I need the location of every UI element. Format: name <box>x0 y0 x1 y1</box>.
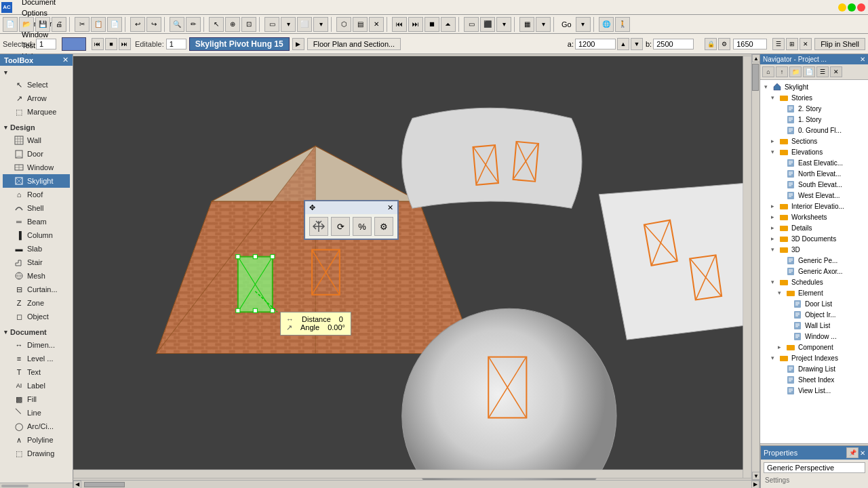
walk-btn[interactable]: 🚶 <box>615 17 630 32</box>
web-btn[interactable]: 🌐 <box>599 17 614 32</box>
handle-tr[interactable] <box>271 255 275 259</box>
tb-btn-8c[interactable]: ▾ <box>496 17 511 32</box>
extra-btn-c[interactable]: ✕ <box>800 38 812 50</box>
paste-btn[interactable]: 📄 <box>107 17 122 32</box>
scroll-left-btn[interactable]: ◀ <box>73 481 81 489</box>
scroll-down-btn[interactable]: ▼ <box>752 472 760 480</box>
param-a-up[interactable]: ▲ <box>617 38 629 50</box>
copy-btn[interactable]: 📋 <box>91 17 106 32</box>
param-a-input[interactable] <box>575 39 616 49</box>
scroll-thumb-v[interactable] <box>752 64 759 91</box>
ctx-move-btn[interactable] <box>309 217 328 236</box>
context-menu-close-icon[interactable]: ✕ <box>387 203 393 212</box>
lock-btn[interactable]: 🔒 <box>705 38 717 50</box>
tb-btn-6c[interactable]: ✕ <box>369 17 384 32</box>
toolbox-item-window[interactable]: Window <box>3 161 70 174</box>
extra-btn-b[interactable]: ⊞ <box>786 38 798 50</box>
snap-btn[interactable]: ⊕ <box>225 17 240 32</box>
scroll-thumb-h[interactable] <box>84 482 125 487</box>
close-btn[interactable] <box>857 3 865 12</box>
tree-item-6[interactable]: ▾Elevations <box>762 146 867 157</box>
tree-item-21[interactable]: Object Ir... <box>762 309 867 320</box>
tree-item-14[interactable]: ▸3D Documents <box>762 233 867 244</box>
toolbox-document-header[interactable]: ▾ Document <box>3 326 70 338</box>
tb-btn-5b[interactable]: ▾ <box>281 17 296 32</box>
tree-item-16[interactable]: Generic Pe... <box>762 255 867 266</box>
toolbox-item-arrow[interactable]: ↗ Arrow <box>3 92 70 105</box>
scroll-right-btn[interactable]: ▶ <box>751 481 760 489</box>
tree-item-7[interactable]: East Elevatic... <box>762 157 867 168</box>
tb-btn-8a[interactable]: ▭ <box>464 17 479 32</box>
ctx-scale-btn[interactable]: % <box>353 217 372 236</box>
menu-item-document[interactable]: Document <box>16 0 61 7</box>
new-btn[interactable]: 📄 <box>3 17 18 32</box>
toolbox-item-drawing[interactable]: ⬚ Drawing <box>3 447 70 460</box>
tree-item-12[interactable]: ▸Worksheets <box>762 211 867 222</box>
tree-item-13[interactable]: ▸Details <box>762 222 867 233</box>
toolbox-item-text[interactable]: T Text <box>3 365 70 379</box>
nav-close2-btn[interactable]: ✕ <box>830 66 842 77</box>
prop-pin-btn[interactable]: 📌 <box>846 447 859 458</box>
flip-shell-btn[interactable]: Flip in Shell <box>814 38 865 50</box>
horizontal-scrollbar[interactable]: ◀ ▶ <box>73 480 760 488</box>
toolbox-item-slab[interactable]: ▬ Slab <box>3 242 70 256</box>
handle-tm[interactable] <box>253 255 257 259</box>
toolbox-close-btn[interactable]: ✕ <box>62 56 68 64</box>
prop-value-input[interactable] <box>764 462 865 473</box>
skylight-orange-1[interactable] <box>312 249 340 294</box>
toolbox-item-select[interactable]: ↖ Select <box>3 78 70 92</box>
toolbox-item-door[interactable]: Door <box>3 147 70 161</box>
toolbox-item-level[interactable]: ≡ Level ... <box>3 352 70 365</box>
tb-btn-5c[interactable]: ⬜ <box>297 17 312 32</box>
tree-item-25[interactable]: ▾Project Indexes <box>762 352 867 363</box>
cut-btn[interactable]: ✂ <box>75 17 90 32</box>
tree-item-10[interactable]: West Elevat... <box>762 190 867 201</box>
toolbox-item-column[interactable]: ▐ Column <box>3 228 70 242</box>
handle-bl[interactable] <box>236 308 240 312</box>
handle-br[interactable] <box>271 308 275 312</box>
tree-item-11[interactable]: ▸Interior Elevatio... <box>762 201 867 211</box>
tree-item-23[interactable]: Window ... <box>762 331 867 342</box>
print-btn[interactable]: 🖨 <box>52 17 66 32</box>
canvas-inner[interactable]: ✥ ✕ ⟳ % ⚙ ↔ Dis <box>73 54 751 480</box>
nav-folder-btn[interactable]: 📁 <box>789 66 802 77</box>
tree-item-20[interactable]: Door List <box>762 298 867 309</box>
toolbox-design-header[interactable]: ▾ Design <box>3 121 70 134</box>
tb-btn-7a[interactable]: ⏮ <box>392 17 407 32</box>
element-name-next-btn[interactable]: ▶ <box>292 38 304 50</box>
skylight-shell-1[interactable] <box>473 145 498 185</box>
tree-item-22[interactable]: Wall List <box>762 320 867 331</box>
tree-item-3[interactable]: 1. Story <box>762 114 867 125</box>
grid-btn[interactable]: ⊡ <box>241 17 256 32</box>
tb-btn-5a[interactable]: ▭ <box>264 17 279 32</box>
toolbox-item-fill[interactable]: ▩ Fill <box>3 392 70 406</box>
ctx-settings-btn[interactable]: ⚙ <box>374 217 393 236</box>
tree-item-27[interactable]: Sheet Index <box>762 374 867 385</box>
find-btn[interactable]: 🔍 <box>170 17 184 32</box>
toolbox-item-object[interactable]: ◻ Object <box>3 310 70 323</box>
nav-home-btn[interactable]: ⌂ <box>762 66 774 77</box>
context-menu-header[interactable]: ✥ ✕ <box>305 201 397 214</box>
tb-btn-7b[interactable]: ⏭ <box>408 17 423 32</box>
skylight-flat-1[interactable] <box>644 220 677 266</box>
toolbox-item-zone[interactable]: Z Zone <box>3 296 70 310</box>
handle-bm[interactable] <box>253 308 257 312</box>
view-selector-btn[interactable]: Floor Plan and Section... <box>307 38 401 50</box>
skylight-flat-2[interactable] <box>690 255 722 300</box>
toolbox-select-header[interactable]: ▾ <box>3 67 70 78</box>
toolbox-item-polyline[interactable]: ∧ Polyline <box>3 433 70 447</box>
toolbox-item-curtain[interactable]: ⊟ Curtain... <box>3 283 70 296</box>
maximize-btn[interactable] <box>848 3 856 12</box>
minimize-btn[interactable] <box>838 3 846 12</box>
toolbox-item-skylight[interactable]: Skylight <box>3 174 70 188</box>
tree-item-17[interactable]: Generic Axor... <box>762 266 867 277</box>
open-btn[interactable]: 📂 <box>19 17 34 32</box>
toolbox-item-stair[interactable]: Stair <box>3 256 70 269</box>
toolbox-item-line[interactable]: — Line <box>3 406 70 420</box>
param-a-down[interactable]: ▼ <box>631 38 643 50</box>
tb-btn-6b[interactable]: ▤ <box>353 17 368 32</box>
tree-item-28[interactable]: View List... <box>762 385 867 396</box>
toolbox-item-roof[interactable]: ⌂ Roof <box>3 188 70 201</box>
toolbox-item-dimension[interactable]: ↔ Dimen... <box>3 338 70 352</box>
extra-btn-a[interactable]: ☰ <box>772 38 785 50</box>
